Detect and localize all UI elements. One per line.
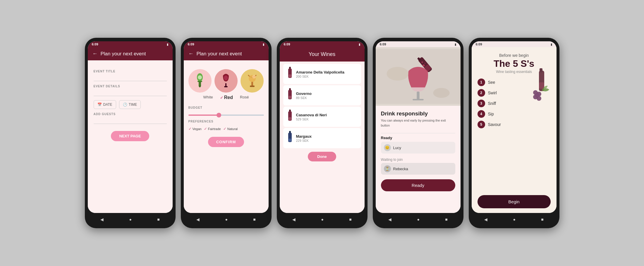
pref-natural[interactable]: ✓ Natural [223,127,238,131]
svg-rect-3 [198,81,202,82]
nav-back-4[interactable]: ◀ [384,216,396,223]
drink-resp-area: Drink responsibly You can always end ear… [376,106,461,213]
status-time-2: 6:09 [188,42,194,46]
svg-rect-28 [417,91,419,100]
date-button[interactable]: 📅 DATE [94,100,116,109]
wine-price-2: 89 SEK [296,96,358,100]
ss-item-5: 5 Savour [478,121,551,128]
battery-icon-2: ▮ [263,43,265,46]
budget-slider[interactable] [188,115,264,116]
done-button[interactable]: Done [308,152,336,161]
waiting-label: Waiting to join [381,158,455,162]
wine-info-1: Amarone Della Valpolicella 200 SEK [296,70,358,78]
drink-responsibly-text: You can always end early by pressing the… [381,118,455,128]
event-title-input[interactable] [94,74,167,81]
ss-word-3: Sniff [488,101,496,106]
wine-name-4: Margaux [296,134,358,139]
svg-point-33 [387,67,408,81]
wine-info-2: Governo 89 SEK [296,91,358,100]
wine-price-3: 529 SEK [296,117,358,121]
bottle-icon-2 [287,88,293,103]
nav-square-3[interactable]: ■ [345,216,356,223]
pref-vegan[interactable]: ✓ Vegan [188,127,202,131]
phone-4: 6:09 ▮ [373,38,463,228]
budget-slider-container [188,111,264,117]
nav-square-1[interactable]: ■ [153,216,164,223]
nav-back-1[interactable]: ◀ [96,216,108,223]
wine-white-icon[interactable] [188,69,212,93]
date-label: DATE [103,103,112,107]
phone4-content: Drink responsibly You can always end ear… [376,47,461,213]
nav-home-4[interactable]: ● [413,216,424,223]
svg-point-31 [421,62,423,63]
ss-number-3: 3 [478,100,485,107]
lucy-avatar: 😊 [384,144,391,151]
svg-rect-37 [539,82,544,89]
ss-number-2: 2 [478,89,485,97]
status-time-4: 6:09 [380,42,386,46]
waiting-user-row: ⏳ Rebecka [381,163,455,175]
begin-button[interactable]: Begin [478,195,551,208]
status-bar-3: 6:09 ▮ [280,41,365,47]
pref-fairtrade[interactable]: ✓ Fairtrade [204,127,221,131]
phone-3: 6:09 ▮ Your Wines Amarone Della Valpolic… [277,38,367,228]
status-bar-5: 6:09 ▮ [472,41,557,47]
bottle-icon-3 [287,110,293,124]
ss-number-4: 4 [478,110,485,118]
nav-home-5[interactable]: ● [509,216,520,223]
nav-back-3[interactable]: ◀ [288,216,300,223]
calendar-icon: 📅 [97,103,102,107]
bottle-icon-4 [287,131,293,145]
nav-square-4[interactable]: ■ [441,216,451,223]
ss-number-5: 5 [478,121,485,128]
nav-square-5[interactable]: ■ [537,216,547,223]
next-page-button[interactable]: NEXT PAGE [111,131,149,141]
wine-red-icon[interactable] [214,69,238,93]
ss-item-4: 4 Sip [478,110,551,118]
event-details-input[interactable] [94,89,167,96]
wine-red-label[interactable]: ✓ Red [220,95,233,100]
check-icon: ✓ [220,96,223,100]
back-button-2[interactable]: ← [188,51,194,57]
clock-icon: 🕐 [123,103,127,107]
wine-rose-label[interactable]: Rosé [240,95,249,100]
ready-button[interactable]: Ready [381,179,455,191]
wine-item-3: Casanova di Neri 529 SEK [283,107,361,127]
wine-bottle-deco [530,65,554,107]
svg-point-4 [198,75,202,79]
nav-home-1[interactable]: ● [125,216,136,223]
rebecka-avatar: ⏳ [384,165,391,172]
wine-item-4: Margaux 229 SEK [283,128,361,148]
page-title-2: Plan your next event [197,51,242,57]
before-begin-label: Before we begin [478,53,551,58]
nav-back-2[interactable]: ◀ [192,216,204,223]
add-guests-input[interactable] [94,117,167,124]
confirm-button[interactable]: CONFIRM [208,137,244,147]
wine-price-1: 200 SEK [296,75,358,78]
wine-white-label[interactable]: White [203,95,213,100]
nav-square-2[interactable]: ■ [249,216,260,223]
svg-rect-1 [199,86,200,87]
nav-back-5[interactable]: ◀ [480,216,492,223]
nav-home-3[interactable]: ● [317,216,328,223]
time-button[interactable]: 🕐 TIME [119,100,141,109]
add-guests-label: ADD GUESTS [94,112,167,116]
svg-rect-14 [288,74,291,77]
svg-point-32 [424,63,425,64]
phone-5: 6:09 ▮ [469,38,559,228]
wine-rose-icon[interactable] [241,69,264,93]
status-bar-1: 6:09 ▮ [88,41,173,47]
preferences-row: ✓ Vegan ✓ Fairtrade ✓ Natural [188,127,264,131]
svg-point-11 [252,75,256,79]
back-button-1[interactable]: ← [92,51,98,57]
status-time-3: 6:09 [284,42,290,46]
svg-rect-9 [250,86,255,87]
app-header-2: ← Plan your next event [184,47,269,60]
bottle-icon-1 [287,67,293,81]
status-bar-4: 6:09 ▮ [376,41,461,47]
nav-home-2[interactable]: ● [221,216,232,223]
page-title-1: Plan your next event [101,51,146,57]
svg-rect-36 [540,68,542,72]
phone-1: 6:09 ▮ ← Plan your next event EVENT TITL… [85,38,176,228]
svg-rect-17 [288,96,291,99]
